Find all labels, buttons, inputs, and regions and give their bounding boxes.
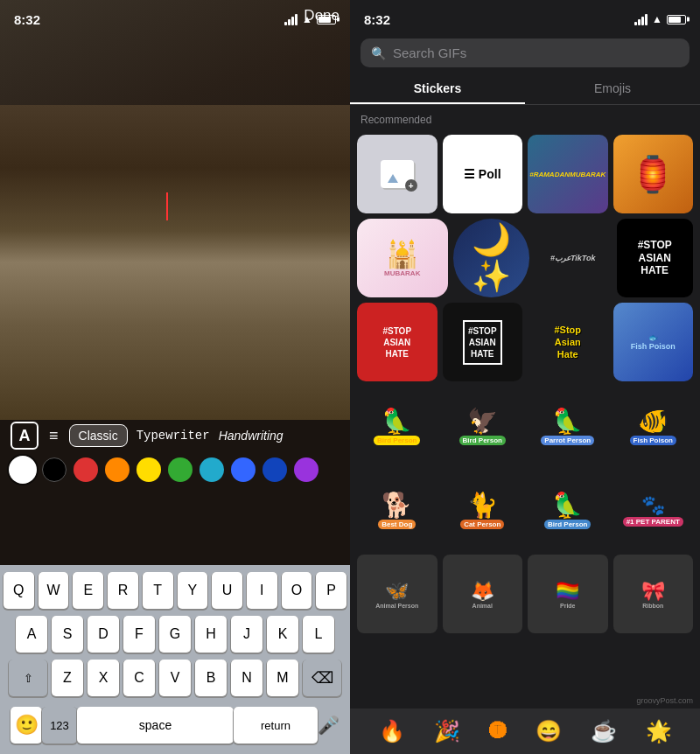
key-r[interactable]: R bbox=[108, 572, 138, 609]
sticker-fish-poison-1[interactable]: 🐟Fish Poison bbox=[613, 303, 694, 381]
key-i[interactable]: I bbox=[247, 572, 277, 609]
key-e[interactable]: E bbox=[73, 572, 103, 609]
key-y[interactable]: Y bbox=[178, 572, 208, 609]
key-shift[interactable]: ⇧ bbox=[9, 660, 47, 696]
emoji-party[interactable]: 🎉 bbox=[434, 719, 460, 744]
keyboard: Q W E R T Y U I O P A S D F G H J K L ⇧ … bbox=[0, 565, 350, 754]
sticker-row-4: 🦜 Bird Person 🦅 Bird Person 🦜 Parrot Per… bbox=[357, 387, 693, 465]
left-panel: 8:32 ▲ Done A ≡ Classic Typewriter Handw… bbox=[0, 0, 350, 754]
section-label: Recommended bbox=[350, 108, 700, 131]
emoji-coffee[interactable]: ☕ bbox=[591, 719, 617, 744]
camera-background bbox=[0, 0, 350, 420]
status-bar-left: 8:32 ▲ bbox=[0, 0, 350, 38]
color-white[interactable] bbox=[10, 457, 35, 482]
sticker-ramadan-moon[interactable]: 🌙✨ bbox=[453, 219, 530, 297]
time-left: 8:32 bbox=[14, 12, 40, 27]
sticker-poll[interactable]: ☰ Poll bbox=[443, 135, 523, 213]
key-h[interactable]: H bbox=[195, 616, 227, 653]
sticker-bird-person-2[interactable]: 🦅 Bird Person bbox=[443, 387, 523, 465]
sticker-stop-asian-hate-dark[interactable]: #STOPASIANHATE bbox=[443, 303, 523, 381]
key-n[interactable]: N bbox=[231, 660, 262, 696]
sticker-add-image[interactable]: + bbox=[357, 135, 438, 213]
key-q[interactable]: Q bbox=[4, 572, 34, 609]
key-b[interactable]: B bbox=[195, 660, 227, 696]
key-123[interactable]: 123 bbox=[42, 707, 77, 744]
battery-icon-right bbox=[667, 15, 686, 24]
color-blue[interactable] bbox=[231, 457, 256, 482]
font-classic-button[interactable]: Classic bbox=[69, 424, 128, 447]
color-green[interactable] bbox=[168, 457, 192, 482]
color-black[interactable] bbox=[42, 457, 66, 482]
key-v[interactable]: V bbox=[159, 660, 191, 696]
text-cursor bbox=[166, 192, 168, 220]
color-purple[interactable] bbox=[294, 457, 318, 482]
emoji-star[interactable]: 🌟 bbox=[646, 719, 672, 744]
color-swatches bbox=[0, 452, 350, 487]
sticker-lantern[interactable]: 🏮 bbox=[613, 135, 694, 213]
sticker-ramadan-mosque[interactable]: 🕌 MUBARAK bbox=[357, 219, 448, 297]
sticker-arab-tiktok[interactable]: #عربTikTok bbox=[535, 219, 612, 297]
key-a[interactable]: A bbox=[16, 616, 47, 653]
tab-emojis[interactable]: Emojis bbox=[525, 74, 700, 104]
tabs: Stickers Emojis bbox=[350, 74, 700, 105]
key-p[interactable]: P bbox=[316, 572, 346, 609]
key-f[interactable]: F bbox=[123, 616, 155, 653]
emoji-fire[interactable]: 🔥 bbox=[379, 719, 405, 744]
key-d[interactable]: D bbox=[88, 616, 119, 653]
emoji-bar: 🔥 🎉 🅣 😄 ☕ 🌟 bbox=[350, 709, 700, 754]
sticker-animal-ribbon-1[interactable]: 🦋 Animal Person bbox=[357, 555, 438, 633]
sticker-cat-person[interactable]: 🐈 Cat Person bbox=[443, 471, 523, 549]
key-microphone[interactable]: 🎤 bbox=[318, 715, 340, 736]
sticker-dog-ribbon[interactable]: 🐕 Best Dog bbox=[357, 471, 438, 549]
keyboard-row-1: Q W E R T Y U I O P bbox=[4, 572, 346, 609]
text-style-button[interactable]: A bbox=[10, 422, 38, 450]
key-t[interactable]: T bbox=[143, 572, 173, 609]
sticker-ramadan-text[interactable]: #RAMADANMUBARAK bbox=[528, 135, 608, 213]
sticker-row-5: 🐕 Best Dog 🐈 Cat Person 🦜 Bird Person 🐾 … bbox=[357, 471, 693, 549]
sticker-animal-ribbon-3[interactable]: 🏳️‍🌈 Pride bbox=[528, 555, 608, 633]
color-red[interactable] bbox=[74, 457, 98, 482]
sticker-parrot-large[interactable]: 🦜 Bird Person bbox=[528, 471, 608, 549]
key-k[interactable]: K bbox=[267, 616, 298, 653]
key-delete[interactable]: ⌫ bbox=[303, 660, 341, 696]
key-m[interactable]: M bbox=[267, 660, 298, 696]
signal-icon-right bbox=[634, 14, 648, 25]
font-handwriting-button[interactable]: Handwriting bbox=[219, 429, 284, 443]
sticker-stop-asian-hate-red[interactable]: #STOPASIANHATE bbox=[357, 303, 438, 381]
key-u[interactable]: U bbox=[212, 572, 242, 609]
sticker-stop-asian-hate-black[interactable]: #STOPASIANHATE bbox=[617, 219, 694, 297]
sticker-parrot-ribbon[interactable]: 🦜 Parrot Person bbox=[528, 387, 608, 465]
sticker-animal-ribbon-2[interactable]: 🦊 Animal bbox=[443, 555, 523, 633]
sticker-fish-poison-2[interactable]: 🐠 Fish Poison bbox=[613, 387, 694, 465]
key-w[interactable]: W bbox=[38, 572, 69, 609]
done-button[interactable]: Done bbox=[304, 7, 340, 24]
key-g[interactable]: G bbox=[159, 616, 191, 653]
key-z[interactable]: Z bbox=[52, 660, 83, 696]
search-bar[interactable]: 🔍 Search GIFs bbox=[360, 38, 690, 67]
key-l[interactable]: L bbox=[303, 616, 334, 653]
sticker-animal-ribbon-4[interactable]: 🎀 Ribbon bbox=[613, 555, 694, 633]
key-return[interactable]: return bbox=[234, 707, 318, 744]
emoji-smile[interactable]: 😄 bbox=[536, 719, 562, 744]
color-orange[interactable] bbox=[105, 457, 130, 482]
sticker-stop-asian-hate-yellow[interactable]: #StopAsianHate bbox=[528, 303, 608, 381]
key-o[interactable]: O bbox=[282, 572, 312, 609]
align-button[interactable]: ≡ bbox=[49, 427, 59, 445]
key-space[interactable]: space bbox=[77, 707, 234, 744]
sticker-bird-yellow[interactable]: 🦜 Bird Person bbox=[357, 387, 438, 465]
color-teal[interactable] bbox=[200, 457, 224, 482]
color-darkblue[interactable] bbox=[262, 457, 287, 482]
text-toolbar: A ≡ Classic Typewriter Handwriting bbox=[0, 415, 350, 457]
key-c[interactable]: C bbox=[123, 660, 155, 696]
emoji-t[interactable]: 🅣 bbox=[489, 722, 507, 742]
key-j[interactable]: J bbox=[231, 616, 262, 653]
color-yellow[interactable] bbox=[136, 457, 161, 482]
sticker-pet-parent[interactable]: 🐾 #1 PET PARENT bbox=[613, 471, 694, 549]
tab-stickers[interactable]: Stickers bbox=[350, 74, 525, 104]
font-typewriter-button[interactable]: Typewriter bbox=[136, 429, 210, 443]
key-s[interactable]: S bbox=[52, 616, 83, 653]
wifi-icon-right: ▲ bbox=[652, 13, 662, 25]
add-image-icon: + bbox=[381, 160, 414, 188]
key-x[interactable]: X bbox=[88, 660, 119, 696]
key-emoji: 🙂 bbox=[10, 707, 42, 744]
